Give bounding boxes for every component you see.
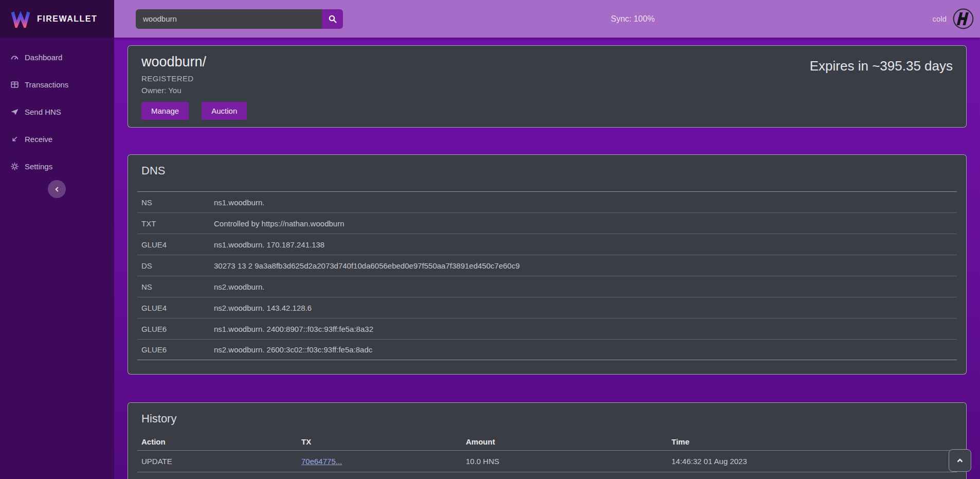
history-time: 14:46:32 01 Aug 2023 (672, 457, 957, 466)
wallet-area: cold (932, 8, 974, 29)
domain-actions: Manage Auction (141, 102, 953, 120)
search-icon (328, 14, 337, 24)
sidebar-item-label: Settings (25, 162, 52, 171)
dns-record-row: GLUE4 ns1.woodburn. 170.187.241.138 (137, 234, 957, 255)
dns-record-type: GLUE6 (141, 325, 214, 333)
sync-status: Sync: 100% (611, 14, 655, 24)
auction-button[interactable]: Auction (202, 102, 247, 120)
history-col-action: Action (141, 437, 301, 446)
sidebar-nav: Dashboard Transactions Send HNS (0, 38, 114, 180)
wallet-mode-label: cold (932, 14, 947, 23)
dns-record-type: GLUE4 (141, 240, 214, 249)
dns-record-row: NS ns1.woodburn. (137, 191, 957, 212)
topbar: Sync: 100% cold (114, 0, 980, 38)
manage-button[interactable]: Manage (141, 102, 189, 120)
sidebar-collapse-button[interactable] (48, 180, 66, 198)
sidebar-item-settings[interactable]: Settings (0, 153, 114, 180)
sidebar: FIREWALLET Dashboard Transactions (0, 0, 114, 479)
send-icon (10, 108, 19, 116)
app-logo[interactable]: FIREWALLET (0, 0, 114, 38)
dns-record-value: ns1.woodburn. 170.187.241.138 (214, 240, 957, 249)
history-action: UPDATE (141, 457, 301, 466)
dns-record-type: NS (141, 198, 214, 207)
dns-record-row: DS 30273 13 2 9a3a8fb3d625d2a2073d740f10… (137, 255, 957, 276)
dns-record-row: NS ns2.woodburn. (137, 276, 957, 297)
dns-record-row: GLUE6 ns2.woodburn. 2600:3c02::f03c:93ff… (137, 339, 957, 360)
history-title: History (128, 412, 966, 425)
history-row: RENEWAL 472e9b1... 10.0 HNS 15:47:36 07 … (137, 472, 957, 479)
domain-card: woodburn/ REGISTERED Owner: You Manage A… (128, 45, 967, 128)
history-row: UPDATE 70e64775... 10.0 HNS 14:46:32 01 … (137, 450, 957, 472)
brand-name: FIREWALLET (37, 14, 97, 24)
dns-record-value: ns2.woodburn. 2600:3c02::f03c:93ff:fe5a:… (214, 345, 957, 354)
search-group (136, 9, 343, 29)
chevron-left-icon (53, 186, 61, 193)
dns-record-value: ns1.woodburn. (214, 198, 957, 207)
search-button[interactable] (322, 9, 343, 29)
dns-record-value: ns2.woodburn. 143.42.128.6 (214, 304, 957, 312)
main-content: woodburn/ REGISTERED Owner: You Manage A… (114, 0, 980, 479)
dns-record-value: Controlled by https://nathan.woodburn (214, 219, 957, 228)
sidebar-item-dashboard[interactable]: Dashboard (0, 44, 114, 71)
history-col-amount: Amount (466, 437, 672, 446)
dns-record-row: GLUE6 ns1.woodburn. 2400:8907::f03c:93ff… (137, 318, 957, 339)
history-amount: 10.0 HNS (466, 457, 672, 466)
search-input[interactable] (136, 9, 322, 29)
sidebar-item-label: Receive (25, 135, 52, 144)
dns-record-value: ns1.woodburn. 2400:8907::f03c:93ff:fe5a:… (214, 325, 957, 333)
receive-icon (10, 135, 19, 144)
sidebar-item-send-hns[interactable]: Send HNS (0, 98, 114, 126)
sidebar-item-transactions[interactable]: Transactions (0, 71, 114, 98)
hns-logo-icon[interactable] (953, 8, 974, 29)
history-card: History Action TX Amount Time UPDATE 70e… (128, 402, 967, 479)
dns-record-row: TXT Controlled by https://nathan.woodbur… (137, 212, 957, 234)
sidebar-item-label: Send HNS (25, 108, 61, 116)
dns-card: DNS NS ns1.woodburn. TXT Controlled by h… (128, 154, 967, 375)
dashboard-icon (10, 53, 19, 62)
domain-status: REGISTERED (141, 74, 953, 83)
tx-link[interactable]: 70e64775... (301, 457, 342, 466)
sidebar-item-receive[interactable]: Receive (0, 126, 114, 153)
firewallet-logo-icon (10, 10, 31, 28)
dns-record-value: ns2.woodburn. (214, 282, 957, 291)
dns-record-row: GLUE4 ns2.woodburn. 143.42.128.6 (137, 297, 957, 318)
domain-owner: Owner: You (141, 86, 953, 95)
settings-gear-icon (10, 162, 19, 171)
dns-record-type: GLUE6 (141, 345, 214, 354)
dns-record-type: TXT (141, 219, 214, 228)
sidebar-item-label: Transactions (25, 80, 68, 89)
dns-table: NS ns1.woodburn. TXT Controlled by https… (137, 191, 957, 360)
history-col-time: Time (672, 437, 957, 446)
transactions-icon (10, 80, 19, 89)
dns-record-type: GLUE4 (141, 304, 214, 312)
history-table: Action TX Amount Time UPDATE 70e64775...… (137, 433, 957, 479)
history-col-tx: TX (301, 437, 466, 446)
dns-record-type: DS (141, 261, 214, 270)
history-header-row: Action TX Amount Time (137, 433, 957, 450)
sidebar-item-label: Dashboard (25, 53, 62, 62)
dns-record-value: 30273 13 2 9a3a8fb3d625d2a2073d740f10da6… (214, 261, 957, 270)
dns-record-type: NS (141, 282, 214, 291)
scroll-to-top-button[interactable] (949, 449, 971, 472)
expiry-label: Expires in ~395.35 days (810, 58, 953, 74)
chevron-up-icon (956, 456, 964, 465)
dns-title: DNS (128, 164, 966, 178)
